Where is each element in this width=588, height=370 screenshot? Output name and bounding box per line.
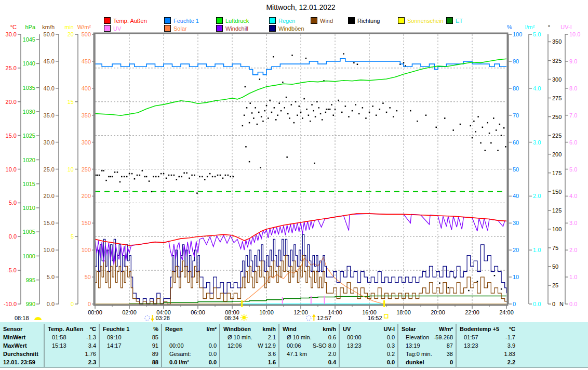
- svg-text:7.0: 7.0: [569, 112, 577, 118]
- svg-text:175: 175: [552, 170, 562, 176]
- svg-text:km/h: km/h: [42, 24, 55, 30]
- table-row: dunkel0: [402, 358, 453, 366]
- table-row: 01:57-1.7: [460, 333, 515, 341]
- table-row: Gesamt:0.0: [165, 350, 217, 358]
- axis-right-lm: 0.01.02.03.04.05.0l/m²: [525, 24, 541, 307]
- svg-text:150: 150: [552, 189, 562, 195]
- cell-time: Gesamt:: [165, 351, 191, 357]
- svg-text:20: 20: [68, 31, 74, 37]
- axis-right-UVI: 0.01.02.03.04.05.06.07.08.09.010.0UV-I: [560, 24, 580, 307]
- svg-text:275: 275: [552, 95, 562, 101]
- svg-text:25: 25: [552, 282, 558, 288]
- cell-time: Ø 10 min.: [223, 334, 252, 340]
- svg-text:00:00: 00:00: [88, 309, 102, 315]
- table-row-label: MaxWert: [3, 341, 41, 350]
- col-header: Solar: [402, 326, 416, 332]
- svg-text:30.0: 30.0: [44, 139, 55, 146]
- cell-value: 0.0: [209, 342, 217, 349]
- svg-text:15: 15: [68, 99, 74, 105]
- cell-value: 89: [152, 351, 158, 357]
- cell-time: Ø 10 min.: [283, 334, 312, 340]
- cell-value: 87: [447, 342, 453, 349]
- row-label: MinWert: [3, 334, 25, 340]
- svg-text:1005: 1005: [23, 229, 35, 235]
- col-header: Temp. Außen: [48, 326, 83, 332]
- cell-value: W 12.9: [258, 342, 276, 349]
- svg-text:10:00: 10:00: [259, 309, 274, 315]
- svg-text:2.0: 2.0: [533, 193, 541, 199]
- col-unit: km/h: [262, 326, 276, 332]
- svg-text:1040: 1040: [23, 60, 35, 67]
- cell-value: 3.9: [507, 342, 515, 349]
- cell-value: 0.0: [209, 351, 217, 357]
- col-unit: l/m²: [206, 326, 217, 332]
- svg-text:25.0: 25.0: [6, 65, 17, 71]
- col-unit: °C: [90, 326, 96, 332]
- table-row: 13:1987: [402, 341, 453, 350]
- cell-value: 2.3: [88, 359, 96, 365]
- svg-text:0.0: 0.0: [9, 233, 17, 240]
- moonset-arrow-icon: [151, 315, 154, 322]
- svg-text:150: 150: [82, 220, 91, 226]
- svg-text:35.0: 35.0: [44, 112, 55, 118]
- svg-text:24:00: 24:00: [499, 309, 514, 315]
- table-col-feuchte-1: Feuchte 1%09:108514:17918988: [100, 324, 162, 367]
- svg-text:1015: 1015: [23, 181, 35, 187]
- svg-text:10.0: 10.0: [6, 166, 17, 173]
- svg-text:400: 400: [82, 85, 91, 91]
- table-row: 14:1791: [103, 341, 158, 350]
- axis-left-C: -10.0-5.00.05.010.015.020.025.030.0°C: [4, 24, 21, 307]
- table-row: 47.1 km2.0: [283, 350, 336, 358]
- cell-value: 1.83: [504, 351, 515, 357]
- svg-text:0.0: 0.0: [533, 301, 541, 307]
- svg-text:1030: 1030: [23, 109, 35, 115]
- svg-text:100: 100: [82, 247, 91, 253]
- table-row: 88: [103, 358, 158, 366]
- svg-text:75: 75: [552, 245, 558, 251]
- table-header: Windkm/h: [283, 324, 336, 333]
- table-row: 09:1085: [103, 333, 158, 341]
- cell-time: dunkel: [402, 359, 424, 365]
- table-row-label: MinWert: [3, 333, 41, 341]
- sunset-time-label: 16:52: [368, 315, 382, 321]
- svg-text:-10.0: -10.0: [4, 301, 17, 307]
- table-header: Temp. Außen°C: [48, 324, 96, 333]
- cell-value: 2.2: [507, 359, 515, 365]
- sunset-axis-tick: [383, 300, 385, 307]
- svg-text:3.0: 3.0: [533, 139, 541, 146]
- cell-value: 0.6: [328, 334, 336, 340]
- sunrise-axis-tick: [241, 300, 243, 307]
- table-row: 3.6: [223, 350, 276, 358]
- svg-text:40.0: 40.0: [44, 85, 55, 91]
- svg-text:10.0: 10.0: [569, 31, 580, 37]
- table-header: Bodentemp +5°C: [460, 324, 515, 333]
- svg-text:3.0: 3.0: [569, 220, 577, 226]
- axis-left-Wm: 050100150200250300350400450500W/m²: [77, 24, 95, 307]
- svg-text:5: 5: [71, 233, 74, 240]
- col-header: Wind: [283, 326, 297, 332]
- table-row: 0.0: [343, 358, 395, 366]
- col-unit: W/m²: [439, 326, 453, 332]
- svg-text:hPa: hPa: [25, 24, 35, 30]
- sunset-square-icon: [384, 314, 388, 318]
- svg-text:1020: 1020: [23, 157, 35, 163]
- cell-value: 0.0: [387, 359, 395, 365]
- cell-value: 85: [152, 334, 158, 340]
- svg-text:l/m²: l/m²: [525, 24, 535, 30]
- svg-text:%: %: [507, 24, 512, 30]
- cell-value: 88: [152, 359, 158, 365]
- svg-text:450: 450: [82, 58, 91, 64]
- svg-text:06:00: 06:00: [191, 309, 205, 315]
- svg-text:2.0: 2.0: [569, 247, 577, 253]
- svg-text:200: 200: [552, 151, 562, 157]
- svg-text:1.0: 1.0: [533, 247, 541, 253]
- svg-text:100: 100: [513, 31, 522, 37]
- svg-text:10: 10: [68, 166, 74, 173]
- cell-time: 0.0 l/m²: [165, 359, 189, 365]
- col-unit: km/h: [323, 326, 336, 332]
- cell-value: S-SO 8.0: [313, 342, 336, 349]
- col-header: UV: [343, 326, 351, 332]
- svg-text:0.0: 0.0: [47, 301, 55, 307]
- col-unit: %: [153, 326, 158, 332]
- table-row: 2.3: [48, 358, 96, 366]
